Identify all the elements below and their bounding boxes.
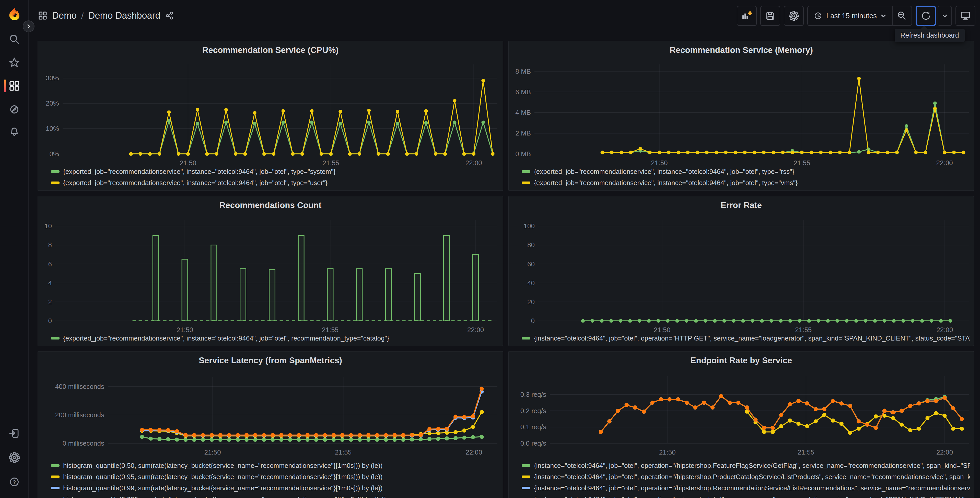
svg-text:20: 20 bbox=[527, 298, 535, 306]
panel-title[interactable]: Recommendations Count bbox=[38, 200, 503, 210]
svg-text:22:00: 22:00 bbox=[936, 449, 953, 456]
time-picker-group: Last 15 minutes bbox=[807, 6, 912, 26]
svg-text:0.3 req/s: 0.3 req/s bbox=[520, 391, 546, 398]
svg-text:?: ? bbox=[13, 479, 16, 485]
svg-text:22:00: 22:00 bbox=[466, 449, 482, 456]
legend-swatch bbox=[522, 170, 530, 173]
svg-text:100: 100 bbox=[524, 222, 535, 230]
legend-item[interactable]: histogram_quantile(0.50, sum(rate(latenc… bbox=[51, 460, 499, 471]
legend: {exported_job="recommendationservice", i… bbox=[51, 166, 499, 188]
legend-swatch bbox=[51, 170, 59, 173]
refresh-interval-dropdown[interactable] bbox=[938, 6, 952, 26]
svg-text:0.2 req/s: 0.2 req/s bbox=[520, 407, 546, 415]
svg-text:21:55: 21:55 bbox=[323, 159, 339, 167]
legend-swatch bbox=[522, 476, 530, 478]
breadcrumb-section[interactable]: Demo bbox=[52, 10, 76, 21]
svg-text:2 MB: 2 MB bbox=[515, 129, 531, 137]
legend-label: {instance="otelcol:9464", job="otel", op… bbox=[534, 495, 970, 498]
sign-in-icon[interactable] bbox=[8, 428, 20, 439]
legend-item[interactable]: {instance="otelcol:9464", job="otel", op… bbox=[522, 494, 970, 498]
panel-title[interactable]: Error Rate bbox=[509, 200, 974, 210]
svg-text:0: 0 bbox=[48, 317, 52, 325]
help-icon[interactable]: ? bbox=[8, 476, 20, 488]
svg-text:4: 4 bbox=[48, 279, 52, 287]
sidebar: ? bbox=[0, 0, 29, 498]
panel-title[interactable]: Recommendation Service (Memory) bbox=[509, 45, 974, 55]
legend-swatch bbox=[51, 182, 59, 184]
legend-label: {exported_job="recommendationservice", i… bbox=[63, 179, 328, 187]
settings-gear-icon[interactable] bbox=[8, 452, 20, 463]
breadcrumb-separator: / bbox=[81, 11, 84, 21]
apps-grid-icon bbox=[38, 11, 48, 21]
svg-text:30%: 30% bbox=[46, 74, 59, 82]
svg-text:6: 6 bbox=[48, 260, 52, 268]
legend-label: histogram_quantile(0.99, sum(rate(latenc… bbox=[63, 484, 382, 492]
legend-item[interactable]: {instance="otelcol:9464", job="otel", op… bbox=[522, 333, 970, 344]
legend-label: {exported_job="recommendationservice", i… bbox=[534, 168, 794, 176]
zoom-out-button[interactable] bbox=[892, 6, 912, 25]
refresh-button[interactable] bbox=[916, 6, 936, 26]
refresh-group bbox=[916, 6, 952, 26]
svg-text:6 MB: 6 MB bbox=[515, 88, 531, 96]
legend-item[interactable]: {instance="otelcol:9464", job="otel", op… bbox=[522, 460, 970, 471]
legend-item[interactable]: histogram_quantile(0.95, sum(rate(latenc… bbox=[51, 471, 499, 482]
save-button[interactable] bbox=[760, 6, 780, 26]
svg-text:0 milliseconds: 0 milliseconds bbox=[63, 439, 104, 447]
add-panel-button[interactable] bbox=[737, 6, 757, 26]
legend-item[interactable]: {instance="otelcol:9464", job="otel", op… bbox=[522, 471, 970, 482]
legend-item[interactable]: histogram_quantile(0.999, sum(rate(laten… bbox=[51, 494, 499, 498]
chevron-down-icon bbox=[880, 13, 886, 19]
legend-swatch bbox=[51, 487, 59, 489]
svg-text:20%: 20% bbox=[46, 99, 59, 107]
tooltip-text: Refresh dashboard bbox=[900, 32, 959, 39]
legend-label: {instance="otelcol:9464", job="otel", op… bbox=[534, 334, 970, 342]
time-range-label: Last 15 minutes bbox=[826, 12, 877, 20]
breadcrumb: Demo / Demo Dashboard bbox=[38, 0, 174, 31]
breadcrumb-page-title[interactable]: Demo Dashboard bbox=[88, 10, 160, 21]
panel-title[interactable]: Recommendation Service (CPU%) bbox=[38, 45, 503, 55]
alerting-icon[interactable] bbox=[8, 126, 20, 137]
panel-error-rate: 21:5021:5522:00020406080100 Error Rate {… bbox=[508, 196, 974, 346]
panel-service-latency: 21:5021:5522:000 milliseconds200 millise… bbox=[38, 351, 503, 498]
dashboards-icon[interactable] bbox=[8, 80, 20, 92]
panel-title[interactable]: Service Latency (from SpanMetrics) bbox=[38, 356, 503, 366]
svg-text:400 milliseconds: 400 milliseconds bbox=[55, 383, 104, 390]
legend: histogram_quantile(0.50, sum(rate(latenc… bbox=[51, 460, 499, 498]
dashboard-settings-button[interactable] bbox=[784, 6, 804, 26]
legend-swatch bbox=[51, 337, 59, 340]
legend-swatch bbox=[51, 464, 59, 467]
grafana-logo-icon[interactable] bbox=[6, 7, 22, 23]
starred-icon[interactable] bbox=[8, 57, 20, 69]
legend-label: histogram_quantile(0.999, sum(rate(laten… bbox=[63, 495, 386, 498]
svg-text:21:55: 21:55 bbox=[335, 449, 352, 456]
clock-icon bbox=[813, 11, 822, 21]
top-bar: Demo / Demo Dashboard Last 15 minutes bbox=[29, 0, 980, 33]
legend-item[interactable]: {exported_job="recommendationservice", i… bbox=[522, 177, 970, 188]
panel-recommendation-memory: 21:5021:5522:000 MB2 MB4 MB6 MB8 MB Reco… bbox=[508, 41, 974, 191]
dashboard-toolbar: Last 15 minutes bbox=[737, 6, 975, 26]
svg-text:10%: 10% bbox=[46, 125, 59, 132]
time-series-chart[interactable]: 21:5021:5522:00020406080100 bbox=[509, 196, 974, 346]
svg-text:21:50: 21:50 bbox=[659, 449, 676, 456]
share-alt-icon[interactable] bbox=[165, 11, 174, 20]
svg-text:0: 0 bbox=[531, 317, 535, 325]
legend-swatch bbox=[522, 464, 530, 467]
legend-item[interactable]: {exported_job="recommendationservice", i… bbox=[522, 166, 970, 177]
search-icon[interactable] bbox=[8, 33, 20, 45]
time-range-picker[interactable]: Last 15 minutes bbox=[808, 6, 892, 25]
svg-text:0%: 0% bbox=[49, 150, 59, 158]
explore-icon[interactable] bbox=[8, 104, 20, 115]
legend-item[interactable]: {exported_job="recommendationservice", i… bbox=[51, 333, 499, 344]
legend: {instance="otelcol:9464", job="otel", op… bbox=[522, 460, 970, 498]
legend-item[interactable]: {exported_job="recommendationservice", i… bbox=[51, 166, 499, 177]
legend-label: {exported_job="recommendationservice", i… bbox=[63, 334, 389, 342]
svg-text:22:00: 22:00 bbox=[466, 159, 482, 167]
bar-chart[interactable]: 21:5021:5522:000246810 bbox=[38, 196, 503, 346]
tv-mode-button[interactable] bbox=[956, 6, 975, 26]
legend-item[interactable]: histogram_quantile(0.99, sum(rate(latenc… bbox=[51, 482, 499, 494]
legend-item[interactable]: {instance="otelcol:9464", job="otel", op… bbox=[522, 482, 970, 494]
svg-text:60: 60 bbox=[527, 260, 535, 268]
panel-recommendation-cpu: 21:5021:5522:000%10%20%30% Recommendatio… bbox=[38, 41, 503, 191]
legend-item[interactable]: {exported_job="recommendationservice", i… bbox=[51, 177, 499, 188]
panel-title[interactable]: Endpoint Rate by Service bbox=[509, 356, 974, 366]
